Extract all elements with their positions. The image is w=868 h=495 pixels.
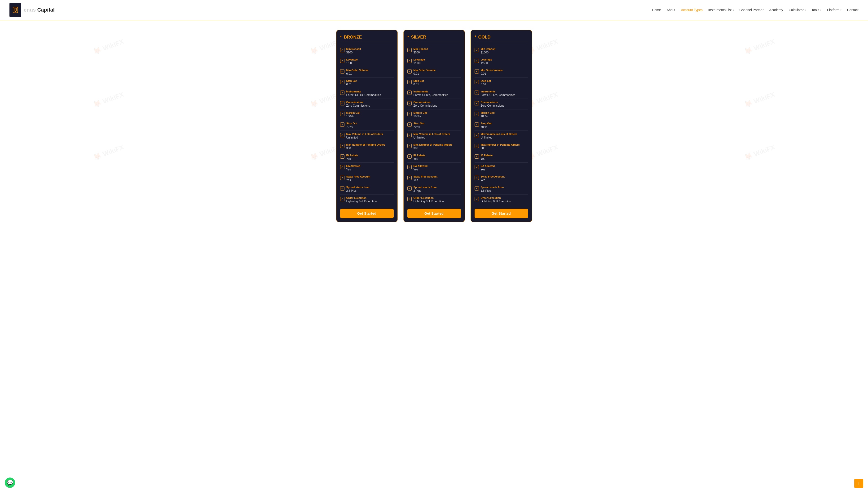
item-content-bronze-11: EA AllowedYes xyxy=(346,165,394,171)
check-icon-silver-7 xyxy=(407,122,412,127)
nav-item-platform[interactable]: Platform xyxy=(827,8,841,12)
item-value-silver-10: Yes xyxy=(414,157,461,160)
item-content-gold-13: Spread starts from1.5 Pips xyxy=(481,186,528,192)
item-label-silver-7: Stop Out xyxy=(414,122,461,125)
item-value-silver-6: 100% xyxy=(414,115,461,118)
nav-item-calculator[interactable]: Calculator xyxy=(789,8,806,12)
card-bronze: * BRONZEMin Deposit$100Leverage1:500Min … xyxy=(336,30,398,222)
nav-item-home[interactable]: Home xyxy=(652,8,661,12)
item-label-gold-8: Max Volume in Lots of Orders xyxy=(481,133,528,135)
item-label-bronze-11: EA Allowed xyxy=(346,165,394,167)
nav-item-instruments[interactable]: Instruments List xyxy=(708,8,734,12)
item-content-silver-6: Margin Call100% xyxy=(414,111,461,118)
item-value-gold-4: Forex, CFD's, Commodities xyxy=(481,93,528,97)
nav-link-tools[interactable]: Tools xyxy=(812,8,821,12)
item-content-gold-11: EA AllowedYes xyxy=(481,165,528,171)
card-item-gold-1: Leverage1:500 xyxy=(474,56,528,67)
card-item-silver-0: Min Deposit$500 xyxy=(407,46,461,56)
check-icon-bronze-2 xyxy=(340,69,345,73)
card-item-bronze-11: EA AllowedYes xyxy=(340,163,394,173)
nav-item-tools[interactable]: Tools xyxy=(812,8,821,12)
main-content: 🦊 WikiFX 🦊 WikiFX 🦊 WikiFX 🦊 WikiFX 🦊 Wi… xyxy=(0,20,868,232)
card-item-gold-0: Min Deposit$1000 xyxy=(474,46,528,56)
check-icon-gold-9 xyxy=(474,144,479,148)
scroll-top-button[interactable]: ↑ xyxy=(854,479,863,488)
item-content-gold-8: Max Volume in Lots of OrdersUnlimited xyxy=(481,133,528,139)
item-content-bronze-4: InstrumentsForex, CFD's, Commodities xyxy=(346,90,394,97)
item-value-bronze-13: 2.5 Pips xyxy=(346,189,394,192)
check-icon-bronze-0 xyxy=(340,48,345,52)
get-started-button-gold[interactable]: Get Started xyxy=(474,209,528,218)
nav-link-about[interactable]: About xyxy=(667,8,675,12)
item-content-bronze-13: Spread starts from2.5 Pips xyxy=(346,186,394,192)
nav-link-calculator[interactable]: Calculator xyxy=(789,8,806,12)
check-icon-bronze-7 xyxy=(340,122,345,127)
check-icon-gold-8 xyxy=(474,133,479,137)
item-value-gold-13: 1.5 Pips xyxy=(481,189,528,192)
item-content-silver-13: Spread starts from2 Pips xyxy=(414,186,461,192)
nav-item-contact[interactable]: Contact xyxy=(847,8,858,12)
check-icon-gold-1 xyxy=(474,58,479,63)
item-content-silver-10: IB RebateYes xyxy=(414,154,461,160)
item-content-gold-6: Margin Call100% xyxy=(481,111,528,118)
card-item-gold-12: Swap Free AccountYes xyxy=(474,173,528,184)
card-item-gold-11: EA AllowedYes xyxy=(474,163,528,173)
item-content-bronze-9: Max Number of Pending Orders300 xyxy=(346,143,394,150)
brand-name-part1: enus xyxy=(24,7,36,13)
item-label-bronze-10: IB Rebate xyxy=(346,154,394,157)
item-content-silver-7: Stop Out70 % xyxy=(414,122,461,129)
check-icon-bronze-11 xyxy=(340,165,345,169)
get-started-button-silver[interactable]: Get Started xyxy=(407,209,461,218)
card-item-silver-13: Spread starts from2 Pips xyxy=(407,184,461,194)
item-content-gold-1: Leverage1:500 xyxy=(481,58,528,65)
nav-link-platform[interactable]: Platform xyxy=(827,8,841,12)
check-icon-silver-1 xyxy=(407,58,412,63)
nav-link-channel[interactable]: Channel Partner xyxy=(739,8,764,12)
item-label-gold-14: Order Execution xyxy=(481,197,528,199)
nav-link-instruments[interactable]: Instruments List xyxy=(708,8,734,12)
item-label-bronze-12: Swap Free Account xyxy=(346,175,394,178)
item-value-silver-1: 1:500 xyxy=(414,62,461,65)
nav-item-channel[interactable]: Channel Partner xyxy=(739,8,764,12)
card-item-silver-6: Margin Call100% xyxy=(407,109,461,120)
item-content-gold-10: IB RebateYes xyxy=(481,154,528,160)
check-icon-bronze-8 xyxy=(340,133,345,137)
item-value-silver-5: Zero Commissions xyxy=(414,104,461,107)
nav-item-academy[interactable]: Academy xyxy=(769,8,783,12)
item-value-silver-7: 70 % xyxy=(414,125,461,129)
item-content-bronze-1: Leverage1:500 xyxy=(346,58,394,65)
get-started-button-bronze[interactable]: Get Started xyxy=(340,209,394,218)
item-label-bronze-5: Commissions xyxy=(346,101,394,104)
check-icon-gold-6 xyxy=(474,112,479,116)
check-icon-bronze-6 xyxy=(340,112,345,116)
nav-link-account-types[interactable]: Account Types xyxy=(681,8,703,12)
item-content-silver-14: Order ExecutionLightning Bolt Execution xyxy=(414,197,461,203)
nav-link-academy[interactable]: Academy xyxy=(769,8,783,12)
card-item-silver-2: Min Order Volume0.01 xyxy=(407,67,461,78)
card-item-bronze-8: Max Volume in Lots of OrdersUnlimited xyxy=(340,131,394,141)
item-value-bronze-10: Yes xyxy=(346,157,394,160)
check-icon-silver-12 xyxy=(407,176,412,180)
item-value-silver-14: Lightning Bolt Execution xyxy=(414,200,461,203)
card-item-gold-14: Order ExecutionLightning Bolt Execution xyxy=(474,194,528,205)
item-value-bronze-7: 70 % xyxy=(346,125,394,129)
nav-item-account-types[interactable]: Account Types xyxy=(681,8,703,12)
item-value-silver-4: Forex, CFD's, Commodities xyxy=(414,93,461,97)
nav-link-contact[interactable]: Contact xyxy=(847,8,858,12)
card-item-gold-13: Spread starts from1.5 Pips xyxy=(474,184,528,194)
check-icon-silver-13 xyxy=(407,186,412,190)
item-value-silver-8: Unlimited xyxy=(414,136,461,139)
item-label-bronze-0: Min Deposit xyxy=(346,48,394,50)
whatsapp-button[interactable]: 💬 xyxy=(5,478,15,488)
brand-name-part2: Capital xyxy=(36,7,54,13)
item-content-gold-7: Stop Out70 % xyxy=(481,122,528,129)
nav-item-about[interactable]: About xyxy=(667,8,675,12)
item-value-silver-11: Yes xyxy=(414,168,461,171)
navbar: enus Capital Home About Account Types In… xyxy=(0,0,868,20)
item-label-bronze-4: Instruments xyxy=(346,90,394,93)
card-item-silver-3: Step Lot0.01 xyxy=(407,78,461,88)
cards-container: * BRONZEMin Deposit$100Leverage1:500Min … xyxy=(5,30,863,222)
item-label-gold-0: Min Deposit xyxy=(481,48,528,50)
item-content-bronze-7: Stop Out70 % xyxy=(346,122,394,129)
nav-link-home[interactable]: Home xyxy=(652,8,661,12)
